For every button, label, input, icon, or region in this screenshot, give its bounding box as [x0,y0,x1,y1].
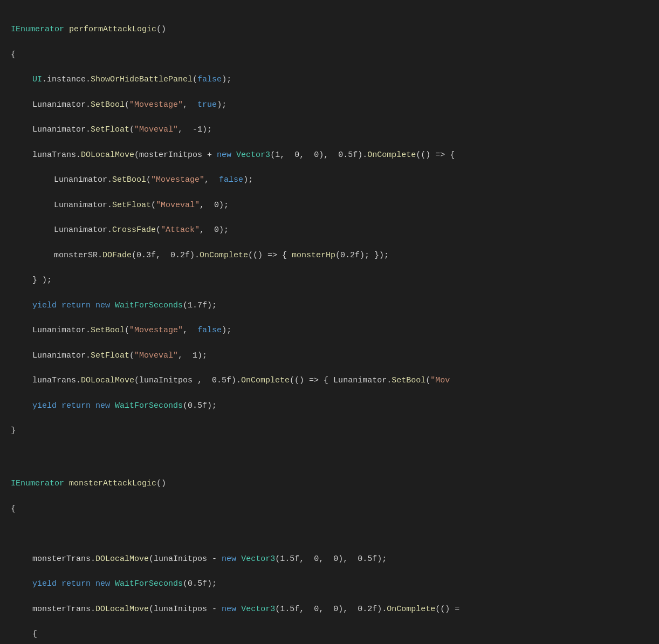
code-container: IEnumerator performAttackLogic() { UI.in… [11,11,648,450]
line-3: UI.instance.ShowOrHideBattlePanel(false)… [11,73,648,86]
line-m5: yield return new WaitForSeconds(0.5f); [11,578,648,590]
line-m6: monsterTrans.DOLocalMove(lunaInitpos - n… [11,603,648,615]
line-13: Lunanimator.SetBool("Movestage", false); [11,324,648,337]
code-container-2: IEnumerator monsterAttackLogic() { monst… [11,465,648,644]
line-m4: monsterTrans.DOLocalMove(lunaInitpos - n… [11,553,648,565]
line-1: IEnumerator performAttackLogic() [11,23,648,36]
line-16: yield return new WaitForSeconds(0.5f); [11,400,648,412]
line-2: { [11,49,648,61]
line-m2: { [11,503,648,515]
line-14: Lunanimator.SetFloat("Moveval", 1); [11,350,648,362]
line-15: lunaTrans.DOLocalMove(lunaInitpos , 0.5f… [11,374,648,387]
line-10: monsterSR.DOFade(0.3f, 0.2f).OnComplete(… [11,249,648,262]
line-4: Lunanimator.SetBool("Movestage", true); [11,99,648,111]
line-m7: { [11,628,648,640]
line-11: } ); [11,274,648,286]
line-m3 [11,527,648,540]
line-7: Lunanimator.SetBool("Movestage", false); [11,174,648,186]
line-8: Lunanimator.SetFloat("Moveval", 0); [11,199,648,211]
line-5: Lunanimator.SetFloat("Moveval", -1); [11,124,648,136]
line-12: yield return new WaitForSeconds(1.7f); [11,299,648,312]
line-6: lunaTrans.DOLocalMove(mosterInitpos + ne… [11,149,648,161]
line-17: } [11,424,648,437]
line-m1: IEnumerator monsterAttackLogic() [11,477,648,490]
line-9: Lunanimator.CrossFade("Attack", 0); [11,224,648,236]
